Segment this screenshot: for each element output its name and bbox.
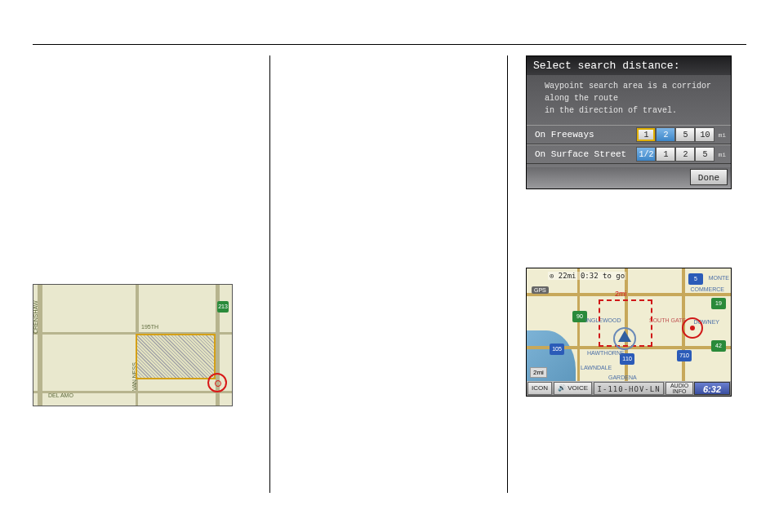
distance-option-button[interactable]: 5	[695, 147, 714, 162]
vehicle-icon	[618, 330, 631, 342]
interstate-shield-icon: 5	[688, 273, 703, 285]
distance-option-button[interactable]: 5	[675, 127, 695, 142]
column-right: Select search distance: Waypoint search …	[508, 55, 746, 493]
route-shield-icon: 213	[217, 301, 229, 313]
state-route-shield-icon: 42	[711, 340, 726, 352]
eta-text: 22mi 0:32 to go	[559, 272, 625, 280]
content-columns: CRENSHAW DEL AMO VAN NESS 195TH WESTERN …	[33, 55, 746, 493]
panel-description: Waypoint search area is a corridor along…	[527, 75, 731, 125]
panel-title: Select search distance:	[527, 56, 731, 75]
icon-button[interactable]: ICON	[527, 382, 552, 395]
freeway-line	[577, 268, 580, 396]
city-label: COMMERCE	[690, 286, 724, 292]
navigation-map[interactable]: ⊙ 22mi 0:32 to go GPS 110 105 710 5 42 9…	[526, 268, 732, 397]
column-left: CRENSHAW DEL AMO VAN NESS 195TH WESTERN …	[33, 55, 269, 493]
top-rule	[33, 44, 746, 45]
eta-info: ⊙ 22mi 0:32 to go	[548, 272, 626, 280]
unit-label: mi	[718, 151, 726, 158]
distance-option-button[interactable]: 2	[656, 127, 675, 142]
interstate-shield-icon: 105	[550, 344, 564, 355]
distance-option-button[interactable]: 1	[656, 147, 675, 162]
destination-marker-icon	[682, 317, 703, 339]
road-label: DEL AMO	[48, 392, 73, 398]
city-label: LAWNDALE	[581, 365, 612, 370]
search-distance-panel: Select search distance: Waypoint search …	[526, 55, 732, 189]
panel-footer: Done	[527, 167, 731, 188]
clock-display: 6:32	[694, 382, 730, 395]
target-crosshair-icon	[207, 373, 227, 392]
column-middle	[270, 55, 507, 493]
map-scale-badge: 2mi	[530, 367, 547, 378]
freeways-options: 1 2 5 10	[636, 127, 714, 142]
done-button[interactable]: Done	[690, 169, 728, 185]
distance-option-button[interactable]: 10	[695, 127, 714, 142]
distance-option-button[interactable]: 2	[675, 147, 695, 162]
city-label: SOUTH GATE	[649, 317, 686, 323]
freeways-row: On Freeways 1 2 5 10 mi	[527, 125, 731, 144]
audio-info-button[interactable]: AUDIO INFO	[665, 382, 693, 395]
interstate-shield-icon: 710	[677, 350, 692, 361]
surface-street-row: On Surface Street 1/2 1 2 5 mi	[527, 144, 731, 164]
city-label: GARDENA	[608, 375, 637, 380]
map-bottom-bar: ICON 🔊 VOICE I-110-HOV-LN AUDIO INFO 6:3…	[527, 381, 731, 396]
gps-indicator-icon: GPS	[532, 286, 549, 294]
unit-label: mi	[718, 131, 726, 139]
state-route-shield-icon: 19	[711, 298, 726, 309]
row-label: On Surface Street	[535, 149, 636, 159]
area-selection-map[interactable]: CRENSHAW DEL AMO VAN NESS 195TH WESTERN …	[33, 284, 233, 406]
current-road-display: I-110-HOV-LN	[594, 382, 664, 395]
row-label: On Freeways	[535, 130, 636, 140]
distance-option-button[interactable]: 1	[636, 127, 656, 142]
surface-options: 1/2 1 2 5	[636, 147, 714, 162]
road-label: CRENSHAW	[33, 300, 38, 334]
city-label: MONTE	[709, 275, 729, 281]
road-label: 195TH	[141, 324, 158, 330]
desc-line: in the direction of travel.	[545, 106, 677, 115]
selection-rectangle	[136, 334, 216, 379]
road-vertical	[136, 285, 139, 334]
city-label: HAWTHORNE	[587, 350, 625, 356]
voice-button[interactable]: 🔊 VOICE	[554, 382, 592, 395]
distance-option-button[interactable]: 1/2	[636, 147, 656, 162]
freeway-line	[527, 293, 731, 296]
corridor-width-label: 2mi	[615, 290, 627, 298]
voice-label: VOICE	[568, 384, 588, 392]
desc-line: Waypoint search area is a corridor along…	[545, 82, 711, 103]
